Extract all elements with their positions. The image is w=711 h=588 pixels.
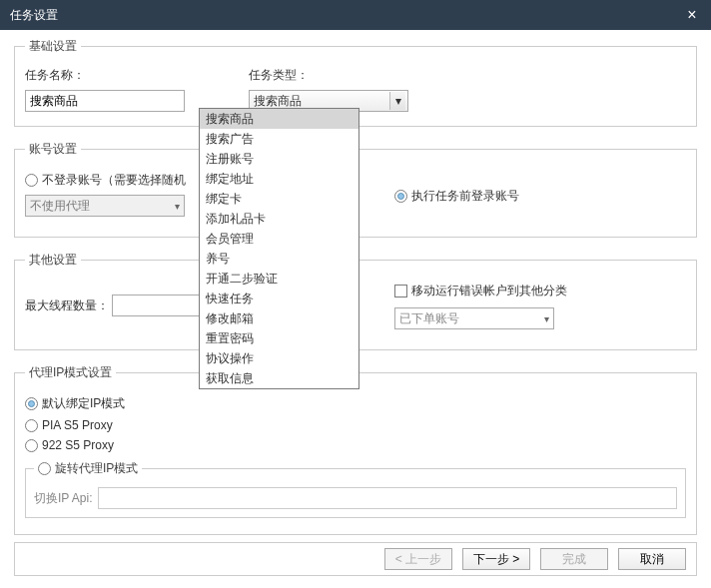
- task-type-label: 任务类型：: [249, 67, 462, 84]
- task-type-option[interactable]: 搜索商品: [200, 109, 358, 129]
- proxy-select-value: 不使用代理: [30, 198, 90, 215]
- task-type-option[interactable]: 绑定地址: [200, 169, 358, 189]
- radio-selected-icon: [394, 190, 407, 203]
- title-bar: 任务设置 ×: [0, 0, 711, 30]
- task-type-option[interactable]: 获取信息: [200, 368, 358, 388]
- radio-empty-icon: [25, 419, 38, 432]
- rotate-proxy-legend[interactable]: 旋转代理IP模式: [34, 458, 142, 479]
- chevron-down-icon: ▾: [175, 201, 180, 212]
- task-type-option[interactable]: 养号: [200, 249, 358, 269]
- done-button: 完成: [540, 548, 608, 570]
- task-type-option[interactable]: 会员管理: [200, 229, 358, 249]
- rotate-proxy-group: 旋转代理IP模式 切换IP Api:: [25, 458, 686, 518]
- task-type-option[interactable]: 修改邮箱: [200, 308, 358, 328]
- checkbox-empty-icon: [394, 285, 407, 297]
- task-name-input[interactable]: [25, 90, 185, 112]
- chevron-down-icon: ▾: [544, 313, 549, 324]
- radio-selected-icon: [25, 397, 38, 410]
- proxy-default-radio[interactable]: 默认绑定IP模式: [25, 395, 686, 412]
- task-type-option[interactable]: 快速任务: [200, 289, 358, 308]
- no-login-label: 不登录账号（需要选择随机: [42, 172, 186, 189]
- proxy-pia-label: PIA S5 Proxy: [42, 418, 113, 432]
- task-type-option[interactable]: 绑定卡: [200, 189, 358, 209]
- login-before-radio[interactable]: 执行任务前登录账号: [394, 188, 686, 205]
- task-name-label: 任务名称：: [25, 67, 239, 84]
- task-type-option[interactable]: 开通二步验证: [200, 269, 358, 289]
- login-before-label: 执行任务前登录账号: [411, 188, 519, 205]
- radio-empty-icon: [25, 174, 38, 187]
- placed-account-select[interactable]: 已下单账号 ▾: [394, 307, 554, 329]
- max-threads-label: 最大线程数量：: [25, 298, 109, 312]
- close-icon[interactable]: ×: [683, 0, 701, 30]
- basic-settings-legend: 基础设置: [25, 38, 81, 55]
- rotate-proxy-label: 旋转代理IP模式: [55, 460, 138, 477]
- radio-empty-icon: [38, 462, 51, 475]
- task-type-dropdown[interactable]: 搜索商品搜索广告注册账号绑定地址绑定卡添加礼品卡会员管理养号开通二步验证快速任务…: [199, 108, 359, 389]
- account-settings-legend: 账号设置: [25, 141, 81, 158]
- prev-button: < 上一步: [384, 548, 452, 570]
- wizard-footer: < 上一步 下一步 > 完成 取消: [14, 542, 697, 576]
- task-type-option[interactable]: 注册账号: [200, 149, 358, 169]
- radio-empty-icon: [25, 439, 38, 452]
- proxy-pia-radio[interactable]: PIA S5 Proxy: [25, 418, 686, 432]
- proxy-ip-legend: 代理IP模式设置: [25, 364, 116, 381]
- proxy-922-label: 922 S5 Proxy: [42, 438, 114, 452]
- move-error-label: 移动运行错误帐户到其他分类: [411, 283, 567, 299]
- switch-ip-api-input[interactable]: [98, 487, 677, 509]
- other-settings-legend: 其他设置: [25, 252, 81, 269]
- switch-ip-api-label: 切换IP Api:: [34, 490, 92, 507]
- task-type-option[interactable]: 协议操作: [200, 348, 358, 368]
- task-type-option[interactable]: 搜索广告: [200, 129, 358, 149]
- move-error-checkbox[interactable]: 移动运行错误帐户到其他分类: [394, 283, 686, 299]
- proxy-922-radio[interactable]: 922 S5 Proxy: [25, 438, 686, 452]
- task-type-option[interactable]: 添加礼品卡: [200, 209, 358, 229]
- next-button[interactable]: 下一步 >: [462, 548, 530, 570]
- task-type-value: 搜索商品: [254, 93, 302, 110]
- task-type-option[interactable]: 重置密码: [200, 328, 358, 348]
- chevron-down-icon: ▾: [389, 92, 405, 110]
- cancel-button[interactable]: 取消: [618, 548, 686, 570]
- window-title: 任务设置: [10, 0, 58, 30]
- proxy-ip-group: 代理IP模式设置 默认绑定IP模式 PIA S5 Proxy 922 S5 Pr…: [14, 364, 697, 535]
- placed-account-value: 已下单账号: [399, 310, 459, 327]
- proxy-default-label: 默认绑定IP模式: [42, 395, 125, 412]
- proxy-select-disabled: 不使用代理 ▾: [25, 195, 185, 217]
